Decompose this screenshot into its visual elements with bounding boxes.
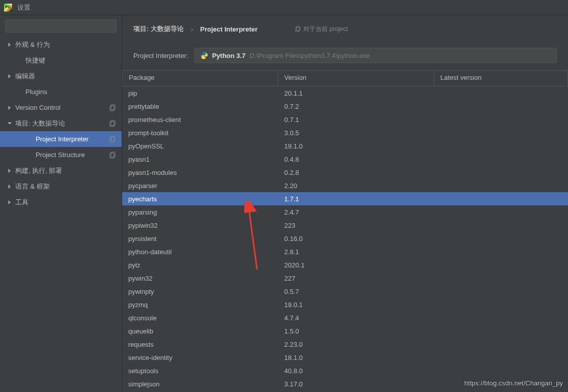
table-row[interactable]: pycparser2.20: [122, 179, 568, 192]
table-row[interactable]: service-identity18.1.0: [122, 351, 568, 364]
table-row[interactable]: pyzmq19.0.1: [122, 298, 568, 311]
table-row[interactable]: pyrsistent0.16.0: [122, 232, 568, 245]
sidebar-item[interactable]: Project Interpreter: [0, 131, 122, 147]
interpreter-path: D:\Program Files\python3.7.4\python.exe: [249, 52, 370, 59]
cell-name: pyparsing: [122, 208, 278, 216]
breadcrumb-sep: ›: [191, 25, 193, 33]
col-latest[interactable]: Latest version: [434, 70, 568, 86]
settings-sidebar: 外观 & 行为快捷键编辑器PluginsVersion Control项目: 大…: [0, 15, 122, 392]
table-row[interactable]: pyOpenSSL19.1.0: [122, 139, 568, 153]
sidebar-item-label: 语言 & 框架: [15, 182, 122, 191]
table-row[interactable]: python-dateutil2.8.1: [122, 245, 568, 258]
settings-search-input[interactable]: [5, 19, 117, 33]
table-row[interactable]: prometheus-client0.7.1: [122, 113, 568, 126]
table-row[interactable]: pyasn1-modules0.2.8: [122, 166, 568, 179]
cell-version: 2.8.1: [278, 248, 435, 256]
cell-name: pywin32: [122, 275, 278, 282]
cell-version: 20.1.1: [278, 89, 435, 97]
col-package[interactable]: Package: [122, 70, 278, 86]
sidebar-item[interactable]: 快捷键: [0, 52, 122, 68]
table-row[interactable]: prompt-toolkit3.0.5: [122, 126, 568, 139]
settings-tree[interactable]: 外观 & 行为快捷键编辑器PluginsVersion Control项目: 大…: [0, 37, 122, 392]
sidebar-item[interactable]: 项目: 大数据导论: [0, 115, 122, 131]
table-header: Package Version Latest version: [122, 70, 568, 86]
cell-name: setuptools: [122, 367, 278, 375]
sidebar-item[interactable]: 构建, 执行, 部署: [0, 163, 122, 178]
cell-version: 40.8.0: [278, 367, 435, 375]
copy-icon: [109, 120, 117, 127]
sidebar-item-label: Plugins: [25, 88, 122, 96]
table-row[interactable]: simplejson3.17.0: [122, 377, 568, 390]
cell-version: 0.7.1: [278, 116, 435, 124]
cell-name: pip: [122, 89, 278, 97]
cell-version: 4.7.4: [278, 314, 435, 322]
cell-name: simplejson: [122, 380, 278, 388]
sidebar-item-label: 工具: [15, 198, 122, 207]
table-body[interactable]: pip20.1.1prettytable0.7.2prometheus-clie…: [122, 86, 568, 392]
cell-version: 19.0.1: [278, 301, 435, 309]
table-row[interactable]: pyecharts1.7.1: [122, 192, 568, 205]
table-row[interactable]: queuelib1.5.0: [122, 324, 568, 338]
table-row[interactable]: pyparsing2.4.7: [122, 205, 568, 219]
python-icon: [200, 51, 208, 59]
cell-name: requests: [122, 341, 278, 348]
cell-version: 2.23.0: [278, 341, 435, 348]
cell-name: pyecharts: [122, 195, 278, 203]
interpreter-select[interactable]: Python 3.7 D:\Program Files\python3.7.4\…: [194, 48, 557, 63]
chevron-right-icon: [7, 105, 12, 110]
chevron-right-icon: [7, 168, 12, 173]
sidebar-item[interactable]: 编辑器: [0, 68, 122, 84]
cell-name: prometheus-client: [122, 116, 278, 124]
cell-version: 2020.1: [278, 261, 435, 269]
cell-name: qtconsole: [122, 314, 278, 322]
copy-icon: [109, 136, 117, 143]
cell-name: pytz: [122, 261, 278, 269]
title-bar: 设置: [0, 0, 568, 15]
window-title: 设置: [17, 3, 31, 12]
cell-name: pypiwin32: [122, 222, 278, 229]
table-row[interactable]: pywinpty0.5.7: [122, 285, 568, 298]
cell-version: 0.5.7: [278, 288, 435, 295]
cell-version: 227: [278, 275, 435, 282]
cell-version: 3.0.5: [278, 129, 435, 137]
sidebar-item-label: 编辑器: [15, 72, 122, 81]
table-row[interactable]: pip20.1.1: [122, 86, 568, 100]
chevron-right-icon: [7, 200, 12, 205]
sidebar-item-label: 外观 & 行为: [15, 40, 122, 49]
col-version[interactable]: Version: [278, 70, 435, 86]
cell-name: service-identity: [122, 354, 278, 361]
sidebar-item[interactable]: 工具: [0, 194, 122, 210]
sidebar-item[interactable]: Project Structure: [0, 147, 122, 163]
cell-version: 2.20: [278, 182, 435, 190]
table-row[interactable]: setuptools40.8.0: [122, 364, 568, 377]
cell-version: 2.4.7: [278, 208, 435, 216]
table-row[interactable]: pywin32227: [122, 272, 568, 285]
table-row[interactable]: requests2.23.0: [122, 338, 568, 351]
table-row[interactable]: prettytable0.7.2: [122, 100, 568, 113]
table-row[interactable]: pytz2020.1: [122, 258, 568, 272]
chevron-right-icon: [7, 184, 12, 189]
copy-icon: [109, 104, 117, 111]
cell-name: prompt-toolkit: [122, 129, 278, 137]
context-note: 对于当前 project: [295, 25, 348, 34]
cell-version: 19.1.0: [278, 142, 435, 150]
cell-name: pyasn1-modules: [122, 169, 278, 176]
breadcrumb: 项目: 大数据导论 › Project Interpreter 对于当前 pro…: [133, 24, 557, 34]
table-row[interactable]: pypiwin32223: [122, 219, 568, 232]
sidebar-item[interactable]: 语言 & 框架: [0, 178, 122, 194]
table-row[interactable]: qtconsole4.7.4: [122, 311, 568, 324]
cell-version: 223: [278, 222, 435, 229]
interpreter-label: Project Interpreter:: [133, 52, 188, 59]
interpreter-name: Python 3.7: [212, 52, 246, 59]
sidebar-item[interactable]: Plugins: [0, 84, 122, 100]
cell-name: pyasn1: [122, 156, 278, 163]
sidebar-item[interactable]: 外观 & 行为: [0, 37, 122, 52]
chevron-right-icon: [7, 42, 12, 47]
breadcrumb-root: 项目: 大数据导论: [133, 24, 184, 34]
pycharm-icon: [4, 4, 12, 12]
cell-name: pycparser: [122, 182, 278, 190]
table-row[interactable]: pyasn10.4.8: [122, 153, 568, 166]
sidebar-item[interactable]: Version Control: [0, 100, 122, 115]
cell-version: 0.7.2: [278, 103, 435, 110]
cell-version: 0.2.8: [278, 169, 435, 176]
